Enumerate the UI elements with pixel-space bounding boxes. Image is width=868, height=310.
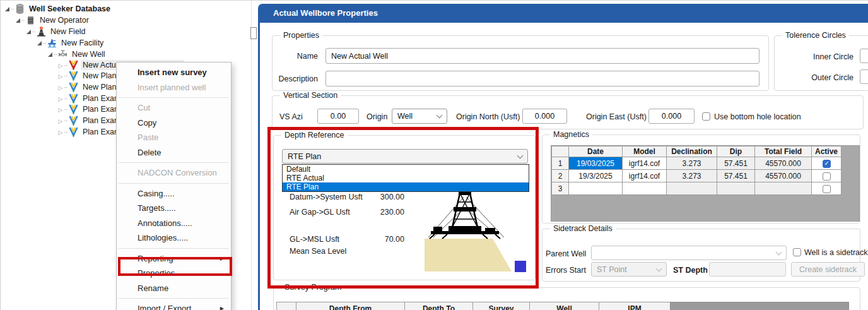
declination-cell[interactable]: 3.273 <box>667 157 717 170</box>
menu-item-properties[interactable]: Properties... <box>117 266 231 281</box>
planned-wellbore-icon <box>69 116 78 126</box>
background-window-fragment <box>250 27 257 39</box>
expander-icon[interactable] <box>57 83 64 92</box>
active-checkbox[interactable] <box>823 160 831 168</box>
date-cell[interactable] <box>569 182 623 195</box>
depth-reference-dropdown[interactable]: RTE Plan <box>282 149 528 164</box>
menu-item-lithologies[interactable]: Lithologies..... <box>117 230 231 246</box>
menu-separator <box>119 248 229 249</box>
rownum-cell: 2 <box>552 170 569 182</box>
active-checkbox[interactable] <box>823 172 831 181</box>
menu-separator <box>119 298 229 299</box>
use-bottom-hole-checkbox[interactable] <box>702 112 710 121</box>
model-cell[interactable]: igrf14.cof <box>623 157 667 170</box>
menu-item-casing[interactable]: Casing..... <box>117 186 231 201</box>
origin-east-input[interactable]: 0.000 <box>648 109 695 124</box>
dropdown-option-rte-actual[interactable]: RTE Actual <box>283 174 529 182</box>
st-depth-input[interactable] <box>709 262 786 277</box>
datum-system-label: Datum->System Usft <box>290 193 363 201</box>
name-input[interactable]: New Actual Well <box>326 48 760 64</box>
col-survey: Survey <box>473 302 530 310</box>
model-cell[interactable]: igrf14.cof <box>623 170 667 182</box>
expander-icon[interactable] <box>14 18 21 23</box>
menu-item-nadcon-conversion[interactable]: NADCON Conversion <box>117 165 231 181</box>
menu-item-copy[interactable]: Copy <box>117 116 231 131</box>
gl-msl-value: 70.00 <box>357 235 404 244</box>
menu-item-rename[interactable]: Rename <box>117 281 231 296</box>
tree-item-database[interactable]: Well Seeker Database <box>3 3 112 15</box>
origin-dropdown[interactable]: Well <box>392 109 447 124</box>
vs-azi-input[interactable]: 0.00 <box>317 109 359 124</box>
tree-item-well[interactable]: New Well <box>46 49 107 60</box>
dip-cell[interactable]: 57.451 <box>717 157 755 170</box>
magnetics-grid-container: Date Model Declination Dip Total Field A… <box>551 145 860 222</box>
expander-icon[interactable] <box>57 71 64 80</box>
model-cell[interactable] <box>623 182 667 195</box>
tree-item-facility[interactable]: New Facility <box>35 37 105 49</box>
magnetics-row-1: 1 19/03/2025 igrf14.cof 3.273 57.451 455… <box>552 157 842 170</box>
total-field-cell[interactable]: 45570.000 <box>755 157 812 170</box>
menu-item-reporting[interactable]: Reporting <box>117 251 231 266</box>
menu-item-insert-new-survey[interactable]: Insert new survey <box>117 65 231 80</box>
menu-item-import-export[interactable]: Import / Export <box>117 301 231 310</box>
rig-datum-diagram <box>422 192 528 273</box>
gl-msl-label: GL->MSL Usft <box>290 235 339 244</box>
menu-item-annotations[interactable]: Annotations..... <box>117 216 231 231</box>
tree-item-field[interactable]: New Field <box>25 26 88 37</box>
declination-cell[interactable] <box>667 182 717 195</box>
well-is-sidetrack-label: Well is a sidetrack <box>804 248 868 257</box>
tolerance-circles-group: Tolerence Circles <box>774 35 868 91</box>
parent-well-dropdown[interactable] <box>591 246 787 260</box>
tree-item-plan-2[interactable]: New Plan ( <box>57 81 123 93</box>
tree-item-plan-1[interactable]: New Plan ( <box>57 70 123 81</box>
expander-icon[interactable] <box>57 116 64 125</box>
expander-icon[interactable] <box>57 128 64 136</box>
errors-start-dropdown[interactable]: ST Point <box>591 262 667 277</box>
expander-icon[interactable] <box>57 61 64 69</box>
total-field-cell[interactable] <box>755 182 812 195</box>
expander-icon[interactable] <box>25 30 32 34</box>
inner-circle-input[interactable] <box>860 49 868 63</box>
survey-program-grid-filler <box>670 302 849 310</box>
chevron-down-icon <box>517 152 524 158</box>
expander-icon[interactable] <box>3 7 11 11</box>
active-checkbox[interactable] <box>823 185 831 193</box>
description-input[interactable] <box>326 71 760 86</box>
menu-item-targets[interactable]: Targets..... <box>117 201 231 216</box>
dip-cell[interactable] <box>717 182 755 195</box>
parent-well-label: Parent Well <box>546 249 586 258</box>
dropdown-option-rte-plan[interactable]: RTE Plan <box>283 182 529 191</box>
actual-wellbore-icon <box>69 60 78 70</box>
date-cell[interactable]: 19/03/2025 <box>569 157 623 170</box>
menu-item-paste[interactable]: Paste <box>117 130 231 145</box>
declination-cell[interactable]: 3.273 <box>667 170 717 182</box>
errors-start-label: Errors Start <box>546 266 586 275</box>
expander-icon[interactable] <box>35 41 43 45</box>
menu-item-insert-planned-well[interactable]: Insert planned well <box>117 80 231 95</box>
expander-icon[interactable] <box>46 52 54 57</box>
description-label: Description <box>272 75 318 83</box>
tree-item-label: New Operator <box>38 15 91 25</box>
expander-icon[interactable] <box>57 94 64 103</box>
dip-cell[interactable]: 57.451 <box>717 170 755 182</box>
outer-circle-input[interactable] <box>860 69 868 84</box>
dropdown-option-default[interactable]: Default <box>283 165 529 174</box>
menu-item-delete[interactable]: Delete <box>117 145 231 160</box>
properties-group-label: Properties <box>280 31 322 40</box>
magnetics-header-row: Date Model Declination Dip Total Field A… <box>552 146 842 157</box>
date-cell[interactable]: 19/3/2025 <box>569 170 623 182</box>
tree-item-label: New Well <box>70 49 107 59</box>
origin-north-input[interactable]: 0.000 <box>522 109 567 124</box>
col-model: Model <box>623 146 667 157</box>
total-field-cell[interactable]: 45570.000 <box>755 170 812 182</box>
airgap-gl-value: 230.00 <box>357 208 404 217</box>
survey-program-header-row: Depth From Depth To Survey Well IPM <box>277 302 671 310</box>
create-sidetrack-button[interactable]: Create sidetrack <box>791 262 865 277</box>
expander-icon[interactable] <box>57 105 64 114</box>
mean-sea-level-label: Mean Sea Level <box>290 247 346 256</box>
well-is-sidetrack-checkbox[interactable] <box>793 248 801 256</box>
tree-item-operator[interactable]: New Operator <box>14 15 91 26</box>
vs-azi-label: VS Azi <box>279 112 303 121</box>
dialog-titlebar[interactable]: Actual Wellbore Properties <box>258 4 868 23</box>
menu-item-cut[interactable]: Cut <box>117 100 231 116</box>
